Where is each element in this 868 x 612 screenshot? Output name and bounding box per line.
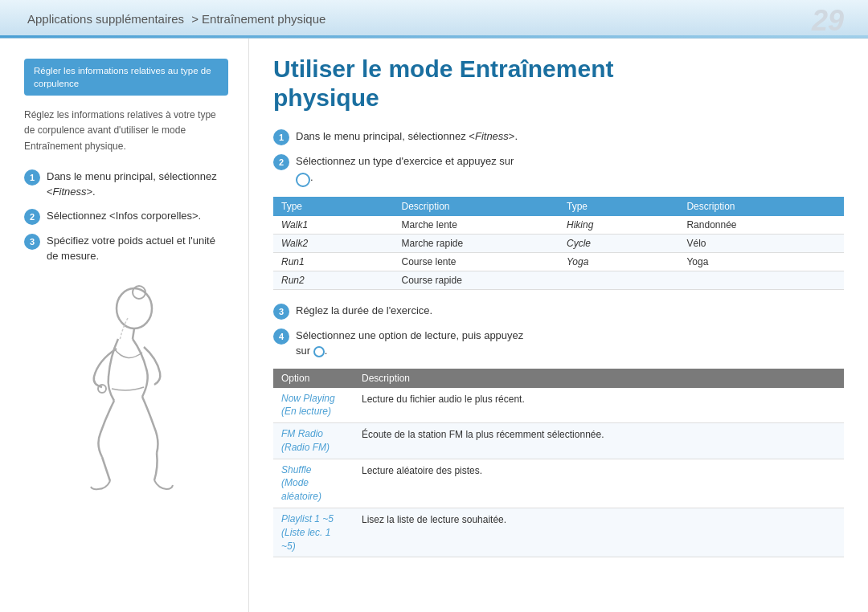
exercise-table-header-type2: Type xyxy=(559,197,678,216)
exercise-table-row: Run1 Course lente Yoga Yoga xyxy=(273,252,844,271)
option-cell: Playlist 1 ~5(Liste lec. 1 ~5) xyxy=(273,508,354,557)
right-step-3: 3 Réglez la durée de l'exercice. xyxy=(273,303,844,320)
exercise-desc1: Marche lente xyxy=(393,216,559,235)
right-step-4: 4 Sélectionnez une option de lecture, pu… xyxy=(273,328,844,359)
top-bar-line xyxy=(0,35,868,38)
exercise-type1: Walk1 xyxy=(273,216,393,235)
exercise-table-row: Walk2 Marche rapide Cycle Vélo xyxy=(273,234,844,252)
exercise-table-row: Walk1 Marche lente Hiking Randonnée xyxy=(273,216,844,235)
breadcrumb: Applications supplémentaires > Entraînem… xyxy=(24,10,326,27)
exercise-type2: Yoga xyxy=(559,252,678,271)
right-column: Utiliser le mode Entraînement physique 1… xyxy=(249,39,868,612)
running-figure-svg xyxy=(62,284,190,501)
exercise-table: Type Description Type Description Walk1 … xyxy=(273,197,844,290)
exercise-desc1: Course rapide xyxy=(393,271,559,289)
exercise-type2: Cycle xyxy=(559,234,678,252)
left-step-3-text: Spécifiez votre poids actuel et l'unité … xyxy=(47,233,228,264)
exercise-table-header-desc2: Description xyxy=(678,197,844,216)
option-table-row: Shuffle(Modealéatoire) Lecture aléatoire… xyxy=(273,459,844,508)
top-bar: Applications supplémentaires > Entraînem… xyxy=(0,0,868,39)
svg-line-2 xyxy=(133,328,134,339)
exercise-table-header-desc1: Description xyxy=(393,197,559,216)
left-intro: Réglez les informations relatives à votr… xyxy=(24,108,228,154)
option-table-row: Playlist 1 ~5(Liste lec. 1 ~5) Lisez la … xyxy=(273,508,844,557)
exercise-desc2: Yoga xyxy=(678,252,844,271)
option-table-header-desc: Description xyxy=(354,369,844,388)
option-table-row: FM Radio(Radio FM) Écoute de la station … xyxy=(273,423,844,459)
left-column: Régler les informations relatives au typ… xyxy=(0,39,249,612)
option-table-row: Now Playing(En lecture) Lecture du fichi… xyxy=(273,388,844,423)
exercise-desc1: Marche rapide xyxy=(393,234,559,252)
step-badge-3: 3 xyxy=(24,234,40,250)
desc-cell: Lisez la liste de lecture souhaitée. xyxy=(354,508,844,557)
right-step-badge-3: 3 xyxy=(273,304,289,320)
exercise-type1: Run2 xyxy=(273,271,393,289)
exercise-type2 xyxy=(559,271,678,289)
right-step-badge-1: 1 xyxy=(273,129,289,145)
exercise-desc2 xyxy=(678,271,844,289)
option-cell: Shuffle(Modealéatoire) xyxy=(273,459,354,508)
svg-point-3 xyxy=(98,385,106,393)
page-number: 29 xyxy=(812,4,844,38)
right-step-1-text: Dans le menu principal, sélectionnez <Fi… xyxy=(296,129,518,145)
exercise-desc2: Randonnée xyxy=(678,216,844,235)
left-step-1-text: Dans le menu principal, sélectionnez <Fi… xyxy=(47,169,228,200)
step-badge-1: 1 xyxy=(24,169,40,186)
desc-cell: Lecture du fichier audio le plus récent. xyxy=(354,388,844,423)
exercise-desc1: Course lente xyxy=(393,252,559,271)
right-step-1: 1 Dans le menu principal, sélectionnez <… xyxy=(273,129,844,145)
right-step-badge-2: 2 xyxy=(273,154,289,170)
right-step-3-text: Réglez la durée de l'exercice. xyxy=(296,303,432,319)
option-table: Option Description Now Playing(En lectur… xyxy=(273,369,844,558)
left-step-3: 3 Spécifiez votre poids actuel et l'unit… xyxy=(24,233,228,264)
option-cell: Now Playing(En lecture) xyxy=(273,388,354,423)
left-step-1: 1 Dans le menu principal, sélectionnez <… xyxy=(24,169,228,200)
desc-cell: Écoute de la station FM la plus récemmen… xyxy=(354,423,844,459)
step-badge-2: 2 xyxy=(24,209,40,225)
main-content: Régler les informations relatives au typ… xyxy=(0,39,868,612)
right-step-2: 2 Sélectionnez un type d'exercice et app… xyxy=(273,153,844,187)
exercise-type1: Run1 xyxy=(273,252,393,271)
option-table-header-option: Option xyxy=(273,369,354,388)
figure-area xyxy=(24,280,228,505)
desc-cell: Lecture aléatoire des pistes. xyxy=(354,459,844,508)
option-cell: FM Radio(Radio FM) xyxy=(273,423,354,459)
left-step-2-text: Sélectionnez <Infos corporelles>. xyxy=(47,208,201,224)
right-step-2-text: Sélectionnez un type d'exercice et appuy… xyxy=(296,153,514,187)
right-step-4-text: Sélectionnez une option de lecture, puis… xyxy=(296,328,523,359)
exercise-table-header-type1: Type xyxy=(273,197,393,216)
exercise-type1: Walk2 xyxy=(273,234,393,252)
info-banner: Régler les informations relatives au typ… xyxy=(24,59,228,96)
right-step-badge-4: 4 xyxy=(273,328,289,345)
svg-point-0 xyxy=(117,288,152,328)
exercise-desc2: Vélo xyxy=(678,234,844,252)
exercise-type2: Hiking xyxy=(559,216,678,235)
left-step-2: 2 Sélectionnez <Infos corporelles>. xyxy=(24,208,228,225)
section-title: Utiliser le mode Entraînement physique xyxy=(273,55,844,112)
exercise-table-row: Run2 Course rapide xyxy=(273,271,844,289)
